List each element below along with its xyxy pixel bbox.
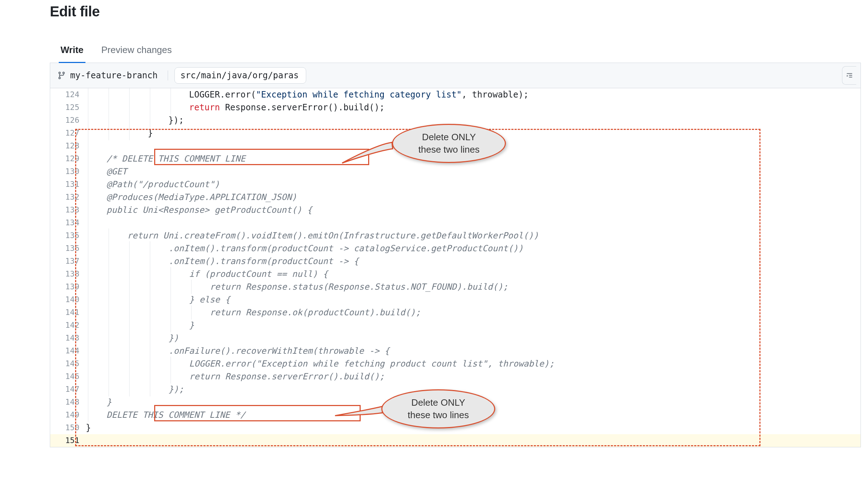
code-content: }	[86, 421, 861, 434]
code-line[interactable]: 131@Path("/productCount")	[50, 178, 861, 191]
code-content: .onFailure().recoverWithItem(throwable -…	[86, 344, 861, 357]
line-number: 126	[50, 114, 86, 127]
line-number: 141	[50, 306, 86, 319]
file-path-input[interactable]	[174, 67, 306, 84]
code-content: @GET	[86, 165, 861, 178]
file-toolbar: my-feature-branch	[50, 63, 861, 88]
code-line[interactable]: 137.onItem().transform(productCount -> {	[50, 255, 861, 268]
code-line[interactable]: 133public Uni<Response> getProductCount(…	[50, 204, 861, 216]
code-content: return Response.serverError().build();	[86, 370, 861, 383]
line-number: 151	[50, 434, 86, 447]
code-line[interactable]: 127}	[50, 127, 861, 140]
line-number: 146	[50, 370, 86, 383]
code-line[interactable]: 138if (productCount == null) {	[50, 268, 861, 280]
code-line[interactable]: 136.onItem().transform(productCount -> c…	[50, 242, 861, 255]
tab-preview-changes[interactable]: Preview changes	[100, 44, 174, 63]
line-number: 132	[50, 191, 86, 204]
line-number: 133	[50, 204, 86, 216]
line-number: 124	[50, 88, 86, 101]
code-content	[86, 216, 861, 229]
code-line[interactable]: 130@GET	[50, 165, 861, 178]
line-number: 127	[50, 127, 86, 140]
line-number: 147	[50, 383, 86, 396]
code-content: /* DELETE THIS COMMENT LINE	[86, 152, 861, 165]
line-number: 139	[50, 280, 86, 293]
code-line[interactable]: 129/* DELETE THIS COMMENT LINE	[50, 152, 861, 165]
code-content: LOGGER.error("Exception while fetching p…	[86, 357, 861, 370]
code-line[interactable]: 140} else {	[50, 293, 861, 306]
code-line[interactable]: 128	[50, 140, 861, 152]
code-editor[interactable]: 124LOGGER.error("Exception while fetchin…	[50, 88, 861, 447]
code-content: .onItem().transform(productCount -> {	[86, 255, 861, 268]
line-number: 135	[50, 229, 86, 242]
code-line[interactable]: 135return Uni.createFrom().voidItem().em…	[50, 229, 861, 242]
code-line[interactable]: 124LOGGER.error("Exception while fetchin…	[50, 88, 861, 101]
line-number: 125	[50, 101, 86, 114]
code-line[interactable]: 151	[50, 434, 861, 447]
line-number: 131	[50, 178, 86, 191]
line-number: 150	[50, 421, 86, 434]
code-line[interactable]: 142}	[50, 319, 861, 332]
line-number: 149	[50, 409, 86, 421]
page-title: Edit file	[50, 4, 861, 20]
line-number: 134	[50, 216, 86, 229]
tab-write[interactable]: Write	[59, 44, 85, 63]
code-line[interactable]: 126});	[50, 114, 861, 127]
code-line[interactable]: 144.onFailure().recoverWithItem(throwabl…	[50, 344, 861, 357]
code-content: if (productCount == null) {	[86, 268, 861, 280]
code-content: });	[86, 114, 861, 127]
code-line[interactable]: 146return Response.serverError().build()…	[50, 370, 861, 383]
line-number: 128	[50, 140, 86, 152]
code-line[interactable]: 147});	[50, 383, 861, 396]
code-line[interactable]: 139return Response.status(Response.Statu…	[50, 280, 861, 293]
code-content: return Response.ok(productCount).build()…	[86, 306, 861, 319]
line-number: 145	[50, 357, 86, 370]
branch-selector[interactable]: my-feature-branch	[57, 70, 168, 80]
code-content: }	[86, 319, 861, 332]
code-content: });	[86, 383, 861, 396]
code-line[interactable]: 134	[50, 216, 861, 229]
code-content: .onItem().transform(productCount -> cata…	[86, 242, 861, 255]
line-number: 130	[50, 165, 86, 178]
code-line[interactable]: 149DELETE THIS COMMENT LINE */	[50, 409, 861, 421]
line-number: 129	[50, 152, 86, 165]
code-content: } else {	[86, 293, 861, 306]
code-content	[86, 434, 861, 447]
page-root: Edit file Write Preview changes my-featu…	[0, 0, 868, 447]
code-content: DELETE THIS COMMENT LINE */	[86, 409, 861, 421]
branch-name: my-feature-branch	[70, 70, 158, 80]
code-content: })	[86, 332, 861, 344]
line-number: 140	[50, 293, 86, 306]
git-branch-icon	[57, 71, 66, 80]
indent-icon	[846, 72, 853, 79]
code-content: LOGGER.error("Exception while fetching c…	[86, 88, 861, 101]
code-line[interactable]: 150}	[50, 421, 861, 434]
toolbar-indent-button[interactable]	[842, 66, 856, 85]
code-line[interactable]: 143})	[50, 332, 861, 344]
code-line[interactable]: 132@Produces(MediaType.APPLICATION_JSON)	[50, 191, 861, 204]
code-line[interactable]: 125return Response.serverError().build()…	[50, 101, 861, 114]
code-content: public Uni<Response> getProductCount() {	[86, 204, 861, 216]
code-content: }	[86, 127, 861, 140]
code-content	[86, 140, 861, 152]
tabs: Write Preview changes	[50, 44, 861, 63]
line-number: 142	[50, 319, 86, 332]
code-content: return Uni.createFrom().voidItem().emitO…	[86, 229, 861, 242]
line-number: 143	[50, 332, 86, 344]
code-line[interactable]: 145LOGGER.error("Exception while fetchin…	[50, 357, 861, 370]
code-content: }	[86, 396, 861, 409]
code-content: @Path("/productCount")	[86, 178, 861, 191]
line-number: 137	[50, 255, 86, 268]
line-number: 148	[50, 396, 86, 409]
code-content: return Response.serverError().build();	[86, 101, 861, 114]
code-content: return Response.status(Response.Status.N…	[86, 280, 861, 293]
line-number: 138	[50, 268, 86, 280]
code-line[interactable]: 141return Response.ok(productCount).buil…	[50, 306, 861, 319]
code-line[interactable]: 148}	[50, 396, 861, 409]
code-content: @Produces(MediaType.APPLICATION_JSON)	[86, 191, 861, 204]
line-number: 144	[50, 344, 86, 357]
line-number: 136	[50, 242, 86, 255]
